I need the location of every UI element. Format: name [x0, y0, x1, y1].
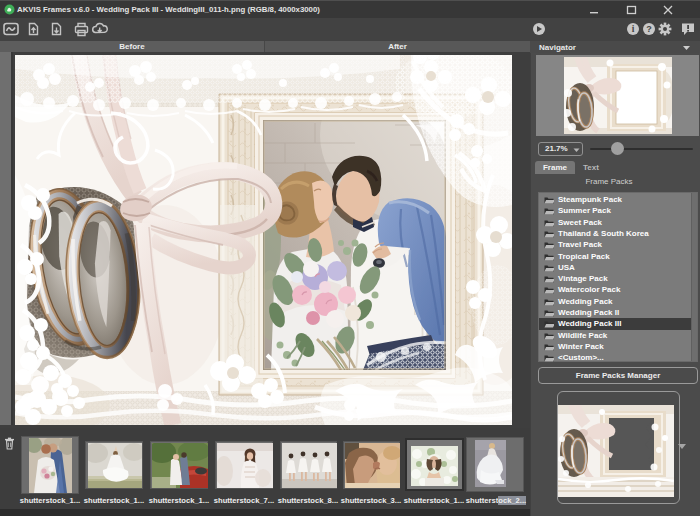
- svg-text:?: ?: [646, 24, 652, 34]
- svg-text:i: i: [632, 24, 635, 34]
